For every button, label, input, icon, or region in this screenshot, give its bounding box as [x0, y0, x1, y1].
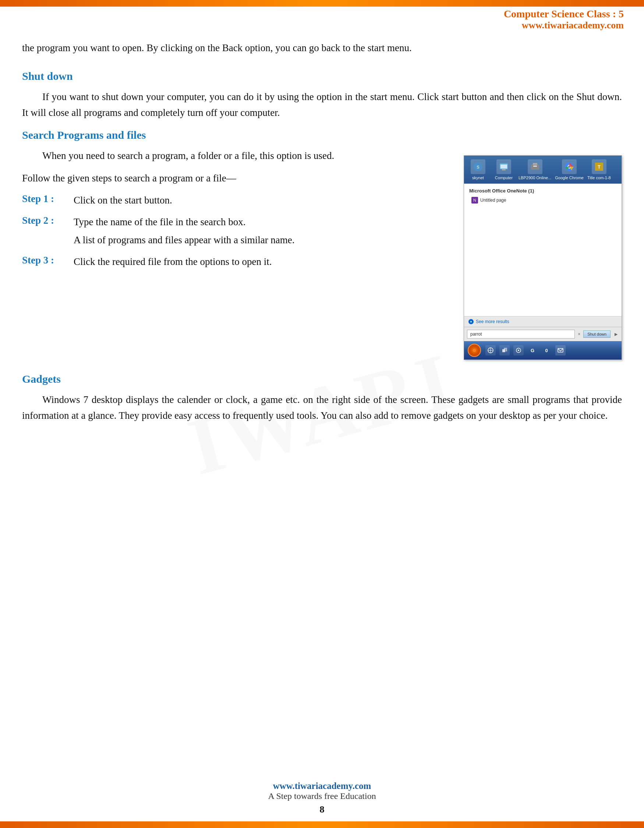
svg-rect-3: [502, 169, 506, 170]
step-3-row: Step 3 : Click the required file from th…: [22, 254, 449, 270]
step-2-label: Step 2 :: [22, 214, 74, 226]
taskbar-icon-1[interactable]: [486, 345, 496, 356]
svg-point-21: [518, 350, 519, 351]
svg-text:T: T: [598, 165, 600, 169]
svg-rect-7: [533, 166, 537, 167]
search-layout: When you need to search a program, a fol…: [22, 148, 622, 360]
win7-top-icons: S skynet Computer: [464, 156, 622, 183]
win7-icon-google-chrome: Google Chrome: [555, 159, 584, 180]
step-2-sub: A list of programs and files appear with…: [74, 232, 449, 248]
steps-container: Step 1 : Click on the start button. Step…: [22, 193, 449, 270]
gadgets-section: Gadgets Windows 7 desktop displays the c…: [22, 373, 622, 423]
win7-onenote-icon: N: [472, 197, 478, 204]
footer: www.tiwariacademy.com A Step towards fre…: [0, 781, 644, 815]
win7-main-area: Microsoft Office OneNote (1) N Untitled …: [464, 183, 622, 316]
class-label: Computer Science Class : 5: [504, 8, 624, 20]
intro-paragraph: the program you want to open. By clickin…: [22, 41, 622, 56]
step-2-content-wrap: Type the name of the file in the search …: [74, 214, 449, 248]
footer-url: www.tiwariacademy.com: [0, 781, 644, 791]
gadgets-heading: Gadgets: [22, 373, 622, 385]
win7-onenote-title: Microsoft Office OneNote (1): [469, 188, 616, 194]
header-url: www.tiwariacademy.com: [504, 20, 624, 31]
svg-rect-6: [533, 163, 537, 165]
svg-rect-18: [502, 349, 505, 352]
step-1-label: Step 1 :: [22, 193, 74, 205]
shutdown-section: Shut down If you want to shut down your …: [22, 70, 622, 121]
taskbar-icon-0[interactable]: 0: [541, 345, 552, 356]
see-more-icon: ●: [469, 319, 473, 324]
win7-screenshot-col: S skynet Computer: [464, 148, 622, 360]
footer-tagline: A Step towards free Education: [0, 791, 644, 801]
bottom-gradient-bar: [0, 822, 644, 828]
step-1-content: Click on the start button.: [74, 193, 449, 208]
win7-icon-lbp2900: LBP2900 Online...: [519, 159, 551, 180]
step-2-row: Step 2 : Type the name of the file in th…: [22, 214, 449, 248]
win7-search-clear[interactable]: ×: [578, 332, 580, 337]
win7-search-bar: × Shut down ►: [464, 327, 622, 341]
win7-taskbar-icons: G 0: [486, 345, 566, 356]
gadgets-paragraph: Windows 7 desktop displays the calender …: [22, 392, 622, 423]
taskbar-icon-2[interactable]: [499, 345, 510, 356]
win7-taskbar: G 0: [464, 341, 622, 359]
page-number: 8: [0, 804, 644, 815]
win7-arrow-button[interactable]: ►: [613, 331, 619, 337]
win7-search-input[interactable]: [467, 330, 575, 339]
header-top-right: Computer Science Class : 5 www.tiwariaca…: [504, 8, 624, 31]
win7-icon-skynet: S skynet: [467, 159, 489, 180]
win7-menu-screenshot: S skynet Computer: [464, 155, 622, 360]
win7-shutdown-button[interactable]: Shut down: [583, 331, 611, 338]
win7-icon-computer: Computer: [493, 159, 515, 180]
svg-point-14: [473, 348, 476, 352]
taskbar-icon-mail[interactable]: [555, 345, 566, 356]
svg-rect-5: [531, 165, 539, 169]
search-programs-section: Search Programs and files When you need …: [22, 129, 622, 360]
step-2-content: Type the name of the file in the search …: [74, 216, 246, 227]
svg-rect-4: [500, 165, 507, 169]
search-heading: Search Programs and files: [22, 129, 622, 141]
win7-icon-title: T Title com-1-8: [587, 159, 611, 180]
shutdown-paragraph: If you want to shut down your computer, …: [22, 89, 622, 121]
win7-see-more-results[interactable]: ● See more results: [464, 316, 622, 327]
shutdown-heading: Shut down: [22, 70, 622, 82]
step-3-content: Click the required file from the options…: [74, 254, 449, 270]
main-content: the program you want to open. By clickin…: [22, 41, 622, 432]
search-para2: Follow the given steps to search a progr…: [22, 170, 449, 186]
svg-text:S: S: [476, 165, 479, 169]
search-text-col: When you need to search a program, a fol…: [22, 148, 449, 360]
win7-onenote-item: N Untitled page: [469, 196, 616, 205]
taskbar-icon-google[interactable]: G: [527, 345, 537, 356]
top-gradient-bar: [0, 0, 644, 6]
search-para1: When you need to search a program, a fol…: [22, 148, 449, 164]
taskbar-icon-3[interactable]: [513, 345, 524, 356]
step-3-label: Step 3 :: [22, 254, 74, 266]
step-1-row: Step 1 : Click on the start button.: [22, 193, 449, 208]
win7-start-button[interactable]: [468, 344, 481, 357]
